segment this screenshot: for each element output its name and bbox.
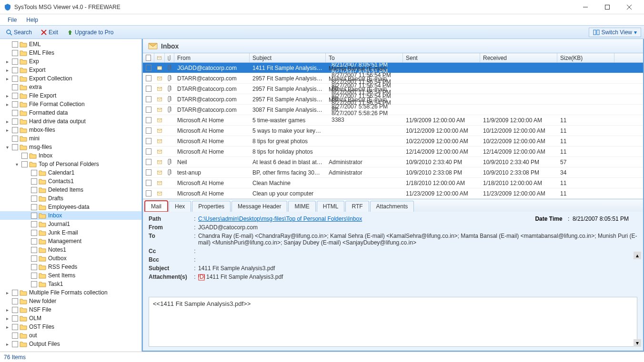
tree-item[interactable]: Outbox [0, 254, 141, 263]
tree-caret-icon[interactable]: ▸ [4, 290, 10, 295]
message-row[interactable]: NeilAt least 6 dead in blast at C...Admi… [143, 157, 643, 167]
tree-item[interactable]: Junk E-mail [0, 228, 141, 237]
tree-item[interactable]: ▸Multiple File Formats collection [0, 288, 141, 297]
row-checkbox[interactable] [143, 107, 154, 113]
tree-checkbox[interactable] [12, 76, 18, 82]
tree-caret-icon[interactable]: ▸ [4, 76, 10, 81]
tree-checkbox[interactable] [12, 127, 18, 133]
tree-item[interactable]: mini [0, 134, 141, 143]
tree-checkbox[interactable] [12, 41, 18, 48]
tree-caret-icon[interactable]: ▸ [4, 307, 10, 313]
header-from[interactable]: From [174, 53, 250, 62]
tree-checkbox[interactable] [31, 264, 37, 270]
tree-item[interactable]: Drafts [0, 194, 141, 203]
tree-caret-icon[interactable]: ▸ [4, 342, 10, 347]
grid-body[interactable]: JGADD@catocorp.com1411 Fit Sample Analys… [143, 63, 643, 199]
tree-item[interactable]: Sent Items [0, 271, 141, 280]
search-button[interactable]: Search [3, 28, 35, 37]
tree-item[interactable]: ▸NSF File [0, 305, 141, 314]
tree-item[interactable]: Calendar1 [0, 168, 141, 177]
tab-html[interactable]: HTML [317, 201, 345, 212]
tree-checkbox[interactable] [12, 59, 18, 65]
tree-checkbox[interactable] [12, 290, 18, 296]
tree-item[interactable]: ▸File Format Collection [0, 100, 141, 108]
tree-checkbox[interactable] [21, 161, 28, 167]
tree-caret-icon[interactable]: ▾ [4, 145, 10, 150]
tree-item[interactable]: ▸OST Files [0, 323, 141, 331]
tree-checkbox[interactable] [12, 110, 18, 116]
tree-checkbox[interactable] [31, 178, 37, 185]
tree-checkbox[interactable] [12, 315, 18, 322]
tree-caret-icon[interactable]: ▸ [4, 93, 10, 98]
switch-view-button[interactable]: Switch View ▾ [589, 28, 641, 37]
tree-checkbox[interactable] [31, 196, 37, 202]
tree-item[interactable]: ▸File Export [0, 91, 141, 100]
tree-checkbox[interactable] [31, 238, 37, 245]
tree-checkbox[interactable] [12, 50, 18, 56]
tree-item[interactable]: Employees-data [0, 203, 141, 211]
tree-checkbox[interactable] [12, 324, 18, 330]
row-checkbox[interactable] [143, 138, 154, 144]
tree-checkbox[interactable] [21, 153, 28, 159]
menu-file[interactable]: File [3, 16, 21, 24]
header-size[interactable]: Size(KB) [557, 53, 614, 62]
tree-checkbox[interactable] [12, 101, 18, 108]
header-checkbox[interactable] [143, 53, 154, 62]
tab-properties[interactable]: Properties [192, 201, 231, 212]
tree-item[interactable]: ▸Exp [0, 57, 141, 66]
tab-hex[interactable]: Hex [169, 201, 191, 212]
tree-checkbox[interactable] [31, 187, 37, 193]
message-row[interactable]: DTARR@catocorp.com3087 Fit Sample Analys… [143, 105, 643, 115]
row-checkbox[interactable] [143, 86, 154, 92]
tree-item[interactable]: extra [0, 83, 141, 91]
tree-item[interactable]: ▸Output Files [0, 340, 141, 348]
tree-caret-icon[interactable]: ▸ [4, 119, 10, 124]
tree-caret-icon[interactable]: ▸ [4, 102, 10, 107]
tree-checkbox[interactable] [12, 341, 18, 347]
row-checkbox[interactable] [143, 75, 154, 81]
tree-caret-icon[interactable]: ▸ [4, 59, 10, 64]
row-checkbox[interactable] [143, 127, 154, 134]
tree-item[interactable]: New folder [0, 297, 141, 305]
tree-checkbox[interactable] [31, 281, 37, 287]
tree-item[interactable]: ▸OLM [0, 314, 141, 323]
message-row[interactable]: Microsoft At Home5 ways to make your key… [143, 126, 643, 136]
tab-rtf[interactable]: RTF [345, 201, 369, 212]
tree-item[interactable]: ▸Export [0, 66, 141, 74]
message-row[interactable]: Microsoft At HomeClean up your computer1… [143, 188, 643, 199]
row-checkbox[interactable] [143, 148, 154, 155]
tree-checkbox[interactable] [12, 298, 18, 304]
tree-item[interactable]: Contacts1 [0, 177, 141, 186]
message-row[interactable]: Microsoft At Home8 tips for holiday phot… [143, 147, 643, 157]
tree-checkbox[interactable] [31, 247, 37, 253]
tree-item[interactable]: Deleted Items [0, 186, 141, 194]
maximize-button[interactable] [596, 0, 618, 14]
tree-checkbox[interactable] [31, 204, 37, 210]
tree-caret-icon[interactable]: ▸ [4, 324, 10, 330]
message-row[interactable]: test-anupBP, other firms facing 300 la..… [143, 167, 643, 178]
preview-scroll-up[interactable]: ▴ [634, 252, 641, 259]
row-checkbox[interactable] [143, 169, 154, 176]
tree-item[interactable]: Journal1 [0, 220, 141, 228]
menu-help[interactable]: Help [21, 16, 43, 24]
tree-item[interactable]: Inbox [0, 211, 141, 220]
header-received[interactable]: Received [480, 53, 557, 62]
tree-item[interactable]: Inbox [0, 151, 141, 160]
row-checkbox[interactable] [143, 159, 154, 165]
preview-scroll-down[interactable]: ▾ [634, 339, 641, 347]
tree-item[interactable]: EML [0, 40, 141, 49]
preview-path-link[interactable]: C:\Users\admin\Desktop\msg-files\Top of … [198, 215, 362, 222]
tree-checkbox[interactable] [31, 221, 37, 227]
row-checkbox[interactable] [143, 190, 154, 196]
tree-checkbox[interactable] [12, 144, 18, 150]
tab-attachments[interactable]: Attachments [370, 201, 414, 212]
folder-tree[interactable]: EMLEML Files▸Exp▸Export▸Export Collectio… [0, 39, 142, 352]
tree-item[interactable]: Formatted data [0, 108, 141, 117]
tree-item[interactable]: Task1 [0, 280, 141, 288]
tree-item[interactable]: EML Files [0, 49, 141, 57]
tree-item[interactable]: ▸Export Collection [0, 74, 141, 83]
tree-item[interactable]: ▸Hard drive data output [0, 117, 141, 126]
tree-checkbox[interactable] [31, 273, 37, 279]
tree-item[interactable]: Management [0, 237, 141, 245]
message-row[interactable]: Microsoft At Home8 tips for great photos… [143, 136, 643, 147]
